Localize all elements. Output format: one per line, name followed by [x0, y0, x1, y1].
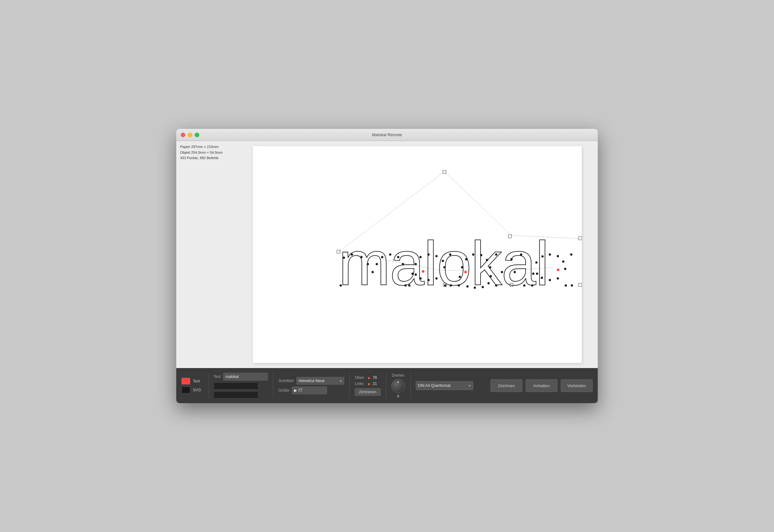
links-row: Links ▶ 21: [355, 381, 381, 386]
paper-info: Papier 297mm × 210mm: [180, 144, 243, 150]
svg-point-37: [435, 277, 438, 280]
svg-point-61: [514, 271, 516, 273]
format-section: DIN A4 Querformat DIN A4 Hochformat DIN …: [416, 381, 473, 390]
position-section: Oben ▶ 78 Links ▶ 21 Zentrieren: [355, 375, 381, 396]
svg-point-21: [372, 271, 374, 273]
svg-point-50: [489, 266, 491, 269]
maximize-button[interactable]: [195, 133, 199, 137]
svg-point-35: [443, 266, 446, 269]
svg-point-60: [520, 254, 522, 256]
svg-point-46: [465, 258, 467, 261]
text-row: Text: [181, 378, 203, 385]
svg-point-18: [351, 254, 353, 256]
schriftart-select-wrap: Helvetica Neue Arial Times New Roman ▼: [296, 377, 344, 385]
svg-point-70: [564, 268, 566, 270]
drawing-canvas: malokal: [253, 146, 582, 363]
svg-point-67: [549, 254, 551, 256]
toolbar: Text SVG Text Schriftart: [176, 368, 598, 403]
svg-point-77: [571, 284, 573, 287]
svg-rect-11: [578, 237, 582, 240]
svg-point-28: [408, 284, 411, 287]
format-select-wrap: DIN A4 Querformat DIN A4 Hochformat DIN …: [416, 381, 473, 390]
svg-point-44: [459, 276, 461, 278]
svg-point-34: [442, 260, 444, 262]
text-color-swatch[interactable]: [181, 378, 190, 385]
titlebar: Malokal Remote: [176, 129, 598, 141]
color-type-section: Text SVG: [181, 378, 203, 394]
svg-rect-12: [578, 283, 582, 286]
svg-point-43: [458, 284, 460, 287]
divider-1: [208, 373, 209, 398]
svg-point-17: [343, 257, 345, 259]
svg-point-76: [570, 254, 572, 256]
svg-point-53: [482, 286, 484, 288]
svg-line-1: [444, 172, 511, 235]
svg-point-29: [412, 273, 414, 275]
svg-point-62: [523, 284, 525, 287]
svg-point-69: [562, 261, 564, 263]
text-field-row: Text: [214, 373, 268, 381]
svg-color-swatch[interactable]: [181, 387, 190, 394]
divider-4: [386, 373, 386, 398]
svg-input-row-2: [214, 391, 268, 398]
zeichnen-button[interactable]: Zeichnen: [490, 379, 522, 392]
svg-point-47: [472, 254, 474, 256]
svg-point-24: [389, 254, 391, 256]
svg-point-20: [367, 263, 369, 265]
groesse-label: Größe: [279, 388, 289, 393]
svg-point-45: [461, 266, 463, 269]
oben-value: 78: [373, 375, 377, 380]
svg-point-68: [557, 255, 559, 257]
anhalten-button[interactable]: Anhalten: [525, 379, 557, 392]
format-select[interactable]: DIN A4 Querformat DIN A4 Hochformat DIN …: [416, 381, 473, 390]
schriftart-label: Schriftart: [279, 379, 294, 383]
text-type-label: Text: [193, 379, 203, 383]
svg-input-2[interactable]: [214, 391, 258, 398]
canvas-area: malokal: [247, 141, 598, 368]
drehen-knob[interactable]: [391, 379, 405, 393]
svg-point-56: [495, 254, 497, 256]
divider-3: [349, 373, 350, 398]
minimize-button[interactable]: [188, 133, 192, 137]
divider-5: [410, 373, 411, 398]
links-arrow: ▶: [368, 382, 371, 386]
text-input[interactable]: [223, 373, 268, 381]
svg-point-38: [428, 279, 430, 281]
svg-type-label: SVG: [193, 388, 203, 392]
oben-label: Oben: [355, 375, 366, 380]
oben-arrow: ▶: [368, 376, 371, 380]
svg-point-54: [474, 287, 476, 289]
text-input-section: Text: [214, 373, 268, 398]
svg-point-52: [487, 282, 490, 284]
svg-point-40: [415, 274, 417, 276]
svg-point-65: [535, 262, 538, 264]
svg-point-74: [541, 277, 543, 279]
svg-point-39: [420, 277, 422, 280]
svg-point-58: [501, 271, 503, 273]
svg-point-64: [532, 273, 534, 275]
svg-point-66: [541, 255, 544, 258]
schriftart-select[interactable]: Helvetica Neue Arial Times New Roman: [296, 377, 344, 385]
schriftart-section: Schriftart Helvetica Neue Arial Times Ne…: [279, 377, 344, 394]
zentrieren-button[interactable]: Zentrieren: [355, 388, 381, 396]
svg-point-48: [480, 254, 482, 256]
svg-input-1[interactable]: [214, 382, 258, 389]
links-value: 21: [373, 381, 377, 386]
close-button[interactable]: [181, 133, 185, 137]
svg-point-19: [361, 256, 363, 258]
divider-2: [273, 373, 273, 398]
groesse-input[interactable]: [292, 387, 327, 394]
groesse-row: Größe: [279, 387, 344, 394]
svg-point-75: [536, 273, 538, 275]
svg-point-16: [340, 284, 342, 287]
svg-rect-7: [443, 170, 446, 174]
svg-point-15: [557, 269, 559, 271]
malokal-text: malokal: [339, 228, 548, 298]
svg-point-27: [405, 284, 407, 287]
svg-input-row: [214, 382, 268, 389]
drehen-label: Drehen: [392, 373, 404, 378]
verbinden-button[interactable]: Verbinden: [561, 379, 593, 392]
svg-point-72: [557, 277, 559, 280]
svg-point-30: [415, 263, 417, 265]
sidebar-info: Papier 297mm × 210mm Objekt 254.0mm × 54…: [176, 141, 247, 368]
